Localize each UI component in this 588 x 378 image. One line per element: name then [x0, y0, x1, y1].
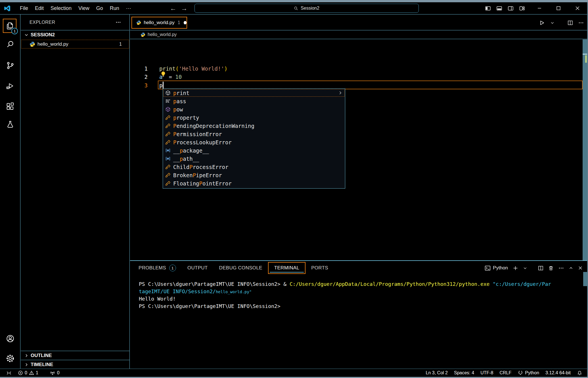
warning-count: 1: [36, 370, 38, 375]
panel-tab-debug-console[interactable]: DEBUG CONSOLE: [214, 262, 268, 274]
menu-more-icon[interactable]: ···: [123, 4, 135, 12]
panel-tab-terminal[interactable]: TERMINAL: [268, 262, 305, 274]
close-panel-icon[interactable]: [578, 266, 583, 270]
suggest-item-ProcessLookupError[interactable]: ProcessLookupError: [163, 138, 345, 146]
lightbulb-icon[interactable]: [160, 71, 167, 78]
python-file-icon: [141, 32, 145, 37]
explorer-more-actions-icon[interactable]: [116, 20, 121, 25]
run-dropdown-chevron-icon[interactable]: [550, 21, 554, 25]
suggest-item-FloatingPointError[interactable]: FloatingPointError: [163, 179, 345, 187]
cursor-position[interactable]: Ln 3, Col 2: [423, 370, 451, 375]
suggest-item-property[interactable]: property: [163, 113, 345, 122]
menu-selection[interactable]: Selection: [47, 4, 75, 12]
sidebar-item-extensions[interactable]: [6, 102, 15, 111]
sidebar-item-run-debug[interactable]: [6, 81, 15, 90]
explorer-sidebar: EXPLORER SESSION2 hello_world.py 1 OUTLI…: [21, 14, 130, 369]
menu-bar: FileEditSelectionViewGoRun···: [16, 4, 135, 12]
sidebar-item-explorer[interactable]: 1: [3, 19, 16, 33]
toggle-secondary-sidebar-icon[interactable]: [508, 5, 514, 11]
indentation[interactable]: Spaces: 4: [451, 370, 477, 375]
shell-label: Python: [493, 265, 508, 271]
suggest-item-__path__[interactable]: __path__: [163, 155, 345, 163]
terminal-icon: [485, 265, 491, 271]
vscode-window: FileEditSelectionViewGoRun··· ← → Sessio…: [0, 0, 588, 378]
panel-tab-output[interactable]: OUTPUT: [182, 262, 214, 274]
terminal-output[interactable]: PS C:\Users\dguer\PartageIMT\UE INFO\Ses…: [139, 278, 581, 369]
panel-tab-ports[interactable]: PORTS: [305, 262, 334, 274]
tab-title: hello_world.py: [144, 20, 175, 26]
menu-go[interactable]: Go: [93, 4, 106, 12]
back-arrow-icon[interactable]: ←: [170, 5, 176, 12]
menu-view[interactable]: View: [75, 4, 93, 12]
suggest-label: pow: [173, 106, 183, 113]
language-mode[interactable]: Python: [514, 370, 542, 375]
explorer-section-session2[interactable]: SESSION2: [21, 30, 129, 39]
sidebar-item-source-control[interactable]: [6, 61, 15, 70]
suggest-item-ChildProcessError[interactable]: ChildProcessError: [163, 163, 345, 171]
customize-layout-icon[interactable]: [519, 5, 525, 11]
encoding[interactable]: UTF-8: [477, 370, 496, 375]
sidebar-item-testing[interactable]: [6, 120, 15, 129]
terminal-toolbar: Python: [485, 261, 583, 274]
python-interpreter[interactable]: 3.12.4 64-bit: [542, 370, 574, 375]
suggest-item-print[interactable]: print: [163, 89, 345, 97]
menu-run[interactable]: Run: [106, 4, 123, 12]
maximize-panel-chevron-icon[interactable]: [569, 266, 573, 270]
run-python-file-icon[interactable]: [539, 20, 545, 26]
explorer-section-timeline[interactable]: TIMELINE: [21, 360, 129, 369]
editor-scrollbar[interactable]: [583, 39, 587, 260]
accounts-icon[interactable]: [6, 334, 15, 343]
notifications-bell-icon[interactable]: [574, 370, 587, 376]
terminal-text: PS C:\Users\dguer\PartageIMT\UE INFO\Ses…: [139, 281, 290, 287]
suggest-item-PermissionError[interactable]: PermissionError: [163, 130, 345, 138]
command-center-search[interactable]: Session2: [194, 4, 419, 13]
layout-controls: [485, 2, 525, 14]
bottom-panel: PROBLEMS1OUTPUTDEBUG CONSOLETERMINALPORT…: [130, 260, 587, 369]
toggle-sidebar-icon[interactable]: [485, 5, 491, 11]
panel-tab-label: PROBLEMS: [139, 265, 166, 271]
kill-terminal-trash-icon[interactable]: [548, 265, 554, 271]
scrollbar-band: [583, 54, 587, 55]
suggest-item-pow[interactable]: pow: [163, 105, 345, 113]
explorer-section-outline[interactable]: OUTLINE: [21, 351, 129, 360]
code-editor[interactable]: 1 print('Hello World!') 2 a= 10 3 p prin…: [130, 39, 583, 260]
suggest-label: property: [173, 115, 199, 121]
terminal-text: tageIMT/UE INFO/Session2/: [139, 288, 216, 294]
forward-arrow-icon[interactable]: →: [181, 5, 187, 12]
modified-dot-icon: [184, 21, 187, 24]
terminal-dropdown-chevron-icon[interactable]: [523, 266, 527, 270]
panel-tab-problems[interactable]: PROBLEMS1: [133, 262, 182, 274]
minimize-button[interactable]: [530, 2, 549, 14]
window-frame-bottom: [0, 377, 588, 378]
new-terminal-icon[interactable]: [513, 265, 518, 271]
eol-sequence[interactable]: CRLF: [496, 370, 514, 375]
suggest-item-__package__[interactable]: __package__: [163, 146, 345, 155]
breadcrumb[interactable]: hello_world.py: [130, 30, 587, 39]
sidebar-item-search[interactable]: [6, 40, 15, 49]
terminal-shell-selector[interactable]: Python: [485, 265, 508, 271]
chevron-right-icon: [338, 90, 343, 95]
panel-tab-label: OUTPUT: [187, 265, 208, 271]
menu-edit[interactable]: Edit: [32, 4, 47, 12]
ports-status[interactable]: 0: [47, 369, 63, 377]
maximize-button[interactable]: [549, 2, 568, 14]
suggest-item-PendingDeprecationWarning[interactable]: PendingDeprecationWarning: [163, 122, 345, 130]
toggle-panel-icon[interactable]: [496, 5, 502, 11]
panel-more-actions-icon[interactable]: [558, 265, 564, 271]
more-actions-icon[interactable]: [578, 20, 584, 26]
file-item-hello-world[interactable]: hello_world.py 1: [21, 40, 129, 48]
menu-file[interactable]: File: [16, 4, 32, 12]
split-terminal-icon[interactable]: [538, 265, 543, 271]
suggest-label: __path__: [173, 156, 199, 162]
split-editor-icon[interactable]: [568, 20, 573, 26]
remote-indicator[interactable]: [0, 369, 15, 377]
suggest-item-BrokenPipeError[interactable]: BrokenPipeError: [163, 171, 345, 179]
close-button[interactable]: [568, 2, 587, 14]
terminal-scrollbar[interactable]: [583, 272, 587, 286]
tab-hello-world-py[interactable]: hello_world.py 1: [131, 17, 187, 29]
problems-status[interactable]: 0 1: [15, 369, 41, 377]
suggest-label: pass: [173, 98, 186, 104]
suggest-item-pass[interactable]: pass: [163, 97, 345, 105]
terminal-text: PS C:\Users\dguer\PartageIMT\UE INFO\Ses…: [139, 303, 281, 309]
settings-gear-icon[interactable]: [6, 354, 15, 363]
